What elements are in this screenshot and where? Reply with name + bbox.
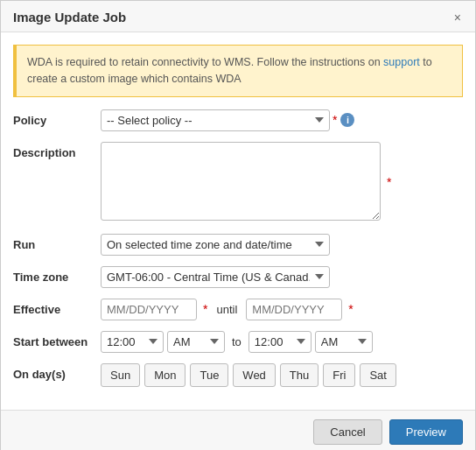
effective-control: * until * [101,299,463,320]
description-wrap [101,142,381,223]
dialog-header: Image Update Job × [1,1,475,32]
description-label: Description [13,142,101,159]
day-btn-wed[interactable]: Wed [233,363,276,387]
support-link[interactable]: support [383,56,420,68]
day-btn-tue[interactable]: Tue [190,363,228,387]
on-days-label: On day(s) [13,363,101,381]
policy-label: Policy [13,109,101,127]
close-button[interactable]: × [452,11,463,25]
day-btn-fri[interactable]: Fri [323,363,355,387]
policy-row: Policy -- Select policy -- * i [13,109,463,131]
policy-select[interactable]: -- Select policy -- [101,109,330,131]
run-select[interactable]: On selected time zone and date/time [101,234,330,256]
alert-text-before: WDA is required to retain connectivity t… [27,56,383,68]
info-icon[interactable]: i [340,113,354,127]
time-start-select[interactable]: 12:00 [101,331,164,353]
day-btn-thu[interactable]: Thu [280,363,318,387]
start-between-label: Start between [13,331,101,348]
dialog-body: WDA is required to retain connectivity t… [1,32,475,410]
day-btn-mon[interactable]: Mon [144,363,186,387]
dialog-footer: Cancel Preview [1,410,475,451]
timezone-label: Time zone [13,266,101,284]
dialog-title: Image Update Job [13,10,126,25]
timezone-row: Time zone GMT-06:00 - Central Time (US &… [13,266,463,288]
run-control: On selected time zone and date/time [101,234,463,256]
policy-required-star: * [332,113,337,127]
until-label: until [216,303,237,316]
until-date-input[interactable] [246,299,342,320]
start-between-control: 12:00 AM to 12:00 AM [101,331,463,353]
to-label: to [232,335,242,348]
effective-required-star: * [203,302,207,316]
on-days-row: On day(s) Sun Mon Tue Wed Thu Fri Sat [13,363,463,387]
run-row: Run On selected time zone and date/time [13,234,463,256]
effective-date-input[interactable] [101,299,197,320]
start-between-row: Start between 12:00 AM to 12:00 AM [13,331,463,353]
days-group: Sun Mon Tue Wed Thu Fri Sat [101,363,396,387]
description-row: Description * [13,142,463,223]
description-required-star: * [387,175,391,189]
run-label: Run [13,234,101,251]
on-days-control: Sun Mon Tue Wed Thu Fri Sat [101,363,463,387]
time-end-select[interactable]: 12:00 [248,331,312,353]
cancel-button[interactable]: Cancel [313,419,382,445]
day-btn-sat[interactable]: Sat [360,363,396,387]
timezone-control: GMT-06:00 - Central Time (US & Canad... [101,266,463,288]
alert-box: WDA is required to retain connectivity t… [13,45,463,97]
description-control: * [101,142,463,223]
image-update-job-dialog: Image Update Job × WDA is required to re… [0,0,476,450]
day-btn-sun[interactable]: Sun [101,363,140,387]
policy-control: -- Select policy -- * i [101,109,463,131]
ampm-start-select[interactable]: AM [167,331,225,353]
ampm-end-select[interactable]: AM [315,331,373,353]
description-textarea[interactable] [101,142,381,221]
effective-label: Effective [13,299,101,316]
until-required-star: * [348,302,353,316]
preview-button[interactable]: Preview [389,419,463,445]
effective-row: Effective * until * [13,299,463,320]
timezone-select[interactable]: GMT-06:00 - Central Time (US & Canad... [101,266,330,288]
